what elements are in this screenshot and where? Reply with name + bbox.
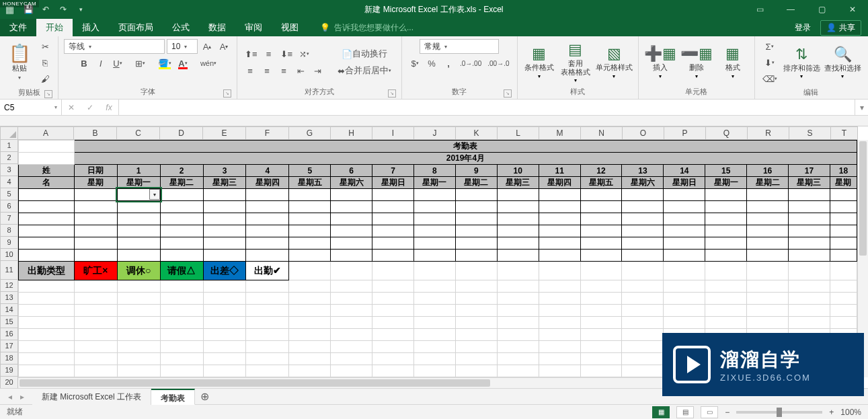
column-headers[interactable]: ABCDEFGHIJKLMNOPQRST	[18, 126, 857, 140]
cell[interactable]	[705, 237, 747, 250]
align-top-button[interactable]: ⬆≡	[243, 46, 260, 61]
underline-button[interactable]: U▾	[110, 56, 125, 71]
new-sheet-button[interactable]: ⊕	[195, 390, 214, 403]
cell[interactable]	[19, 293, 75, 305]
cell[interactable]	[74, 293, 117, 305]
row-header[interactable]: 20	[0, 377, 18, 388]
cell[interactable]	[747, 317, 789, 329]
cell[interactable]	[789, 237, 830, 250]
cell[interactable]	[539, 305, 580, 317]
cell[interactable]	[705, 293, 747, 305]
cell[interactable]	[74, 250, 117, 262]
percent-button[interactable]: %	[424, 56, 439, 71]
cell[interactable]	[117, 225, 160, 237]
cell[interactable]: 17	[789, 165, 830, 177]
expand-formula-bar-button[interactable]: ▾	[855, 100, 868, 115]
zoom-out-button[interactable]: −	[725, 408, 729, 417]
cell[interactable]	[747, 213, 789, 225]
cell[interactable]	[455, 189, 497, 201]
cell[interactable]: 11	[539, 165, 580, 177]
cell[interactable]	[117, 329, 160, 341]
zoom-in-button[interactable]: +	[829, 408, 834, 417]
cell[interactable]	[117, 305, 160, 317]
cell[interactable]	[664, 262, 705, 280]
row-header[interactable]: 16	[0, 328, 18, 340]
cell[interactable]	[830, 262, 857, 280]
cell[interactable]	[246, 305, 289, 317]
cell[interactable]	[160, 225, 203, 237]
column-header[interactable]: Q	[706, 126, 748, 140]
cell[interactable]	[289, 237, 331, 250]
cell[interactable]	[331, 189, 372, 201]
cell[interactable]	[19, 280, 75, 293]
cell[interactable]	[580, 189, 622, 201]
cell[interactable]	[74, 365, 117, 377]
cancel-entry-button[interactable]: ✕	[62, 103, 81, 112]
cell[interactable]	[74, 353, 117, 365]
cell[interactable]	[19, 317, 75, 329]
cell-dropdown-button[interactable]: ▾	[149, 189, 160, 200]
cell[interactable]	[372, 280, 414, 293]
cell[interactable]	[117, 213, 160, 225]
cell[interactable]	[747, 305, 789, 317]
cell[interactable]	[19, 329, 75, 341]
cell[interactable]	[539, 353, 580, 365]
cell[interactable]	[539, 280, 580, 293]
cell[interactable]: 请假△	[160, 262, 203, 280]
confirm-entry-button[interactable]: ✓	[81, 103, 100, 112]
share-button[interactable]: 👤 共享	[820, 20, 861, 36]
cell[interactable]: 调休○	[117, 262, 160, 280]
fill-button[interactable]: ⬇▾	[760, 55, 779, 70]
cell[interactable]	[455, 329, 497, 341]
cell[interactable]	[117, 201, 160, 213]
cell[interactable]	[19, 201, 75, 213]
cell[interactable]	[160, 237, 203, 250]
row-header[interactable]: 15	[0, 316, 18, 328]
cell[interactable]: 星期五	[289, 177, 331, 189]
align-right-button[interactable]: ≡	[276, 63, 291, 78]
cell[interactable]	[246, 293, 289, 305]
view-normal-button[interactable]: ▦	[652, 406, 670, 418]
cell[interactable]: 5	[289, 165, 331, 177]
fill-color-button[interactable]: 🪣▾	[156, 56, 173, 71]
cell[interactable]	[622, 237, 664, 250]
cell[interactable]	[539, 250, 580, 262]
cell[interactable]	[19, 305, 75, 317]
qat-redo-button[interactable]: ↷	[55, 1, 71, 17]
cell[interactable]: 星期日	[664, 177, 705, 189]
row-header[interactable]: 18	[0, 352, 18, 365]
decrease-decimal-button[interactable]: .00→.0	[485, 56, 511, 71]
cell[interactable]	[331, 329, 372, 341]
cell[interactable]	[74, 213, 117, 225]
paste-button[interactable]: 📋 粘贴 ▾	[5, 40, 34, 85]
cell[interactable]	[246, 213, 289, 225]
cell[interactable]	[414, 213, 456, 225]
cell[interactable]	[203, 237, 246, 250]
ribbon-display-button[interactable]: ▭	[744, 0, 775, 19]
view-layout-button[interactable]: ▤	[676, 406, 694, 418]
cell[interactable]	[789, 293, 830, 305]
row-header[interactable]: 7	[0, 213, 18, 225]
cell[interactable]	[580, 225, 622, 237]
cell[interactable]	[580, 329, 622, 341]
cell[interactable]	[19, 250, 75, 262]
cell[interactable]	[622, 293, 664, 305]
cell[interactable]	[497, 225, 539, 237]
cell[interactable]	[497, 250, 539, 262]
cell[interactable]	[664, 201, 705, 213]
cell[interactable]	[331, 305, 372, 317]
cell[interactable]	[664, 237, 705, 250]
cell[interactable]: 3	[203, 165, 246, 177]
cell[interactable]: 出勤✔	[246, 262, 289, 280]
cell[interactable]	[74, 341, 117, 353]
cell[interactable]	[414, 341, 456, 353]
cell[interactable]	[622, 317, 664, 329]
cell[interactable]	[331, 293, 372, 305]
cell[interactable]	[331, 213, 372, 225]
cell[interactable]	[117, 341, 160, 353]
cell[interactable]	[830, 189, 857, 201]
cell[interactable]	[497, 353, 539, 365]
cell[interactable]	[414, 201, 456, 213]
cell[interactable]	[539, 262, 580, 280]
sheet-tab[interactable]: 新建 Microsoft Excel 工作表	[32, 389, 151, 405]
